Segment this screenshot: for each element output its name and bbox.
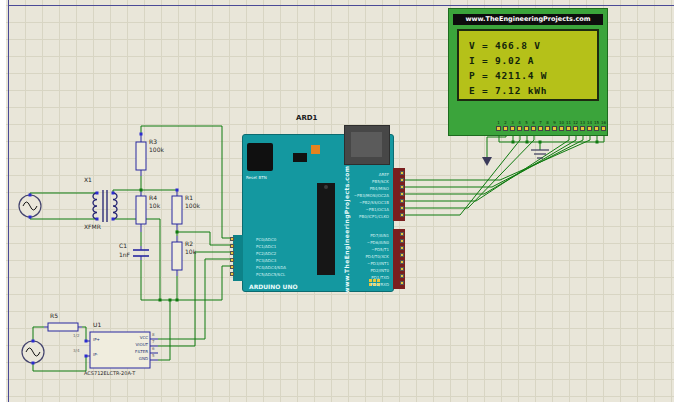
pin-d4[interactable]	[400, 253, 404, 257]
resistor-r3-symbol[interactable]	[136, 142, 146, 170]
lcd-pin[interactable]: 13	[580, 119, 585, 131]
pin-d9[interactable]	[400, 206, 404, 210]
pin-d7[interactable]	[400, 232, 404, 236]
arduino-uno-board[interactable]: Reset BTN www.TheEngineeringProjects.com…	[242, 134, 394, 292]
transformer-ref-label: X1	[84, 177, 92, 183]
lcd-pin[interactable]: 3	[510, 119, 515, 131]
r1-ref-label: R1	[185, 195, 193, 201]
pin-d13[interactable]	[400, 178, 404, 182]
pin-d5[interactable]	[400, 246, 404, 250]
u1-ref-label: U1	[93, 322, 101, 328]
resistor-r5-symbol[interactable]	[48, 323, 78, 331]
pin-d3[interactable]	[400, 260, 404, 264]
power-jack	[247, 143, 273, 171]
analog-header[interactable]	[233, 235, 243, 281]
lcd-pin[interactable]: 2	[503, 119, 508, 131]
wire	[158, 300, 170, 360]
lcd-pin[interactable]: 15	[594, 119, 599, 131]
digital-header-upper[interactable]	[393, 168, 405, 221]
wire	[404, 130, 576, 194]
pin-d11[interactable]	[400, 192, 404, 196]
digital-pin-labels-lower: PD7/AIN1 ~PD6/AIN0 ~PD5/T1 PD4/T0/XCK ~P…	[327, 232, 389, 288]
usb-connector	[344, 125, 390, 165]
u1-pin-filter: FILTER	[118, 350, 148, 354]
wire	[404, 130, 583, 187]
lcd-brand-banner: www.TheEngineeringProjects.com	[453, 14, 603, 25]
lcd-line-current: I = 9.02 A	[469, 53, 597, 68]
r4-ref-label: R4	[149, 195, 157, 201]
lcd-pin[interactable]: 11	[566, 119, 571, 131]
lcd-line-voltage: V = 466.8 V	[469, 38, 597, 53]
pin-d1-tx[interactable]	[400, 274, 404, 278]
wire	[33, 327, 44, 341]
r2-value-label: 10k	[185, 249, 196, 255]
lcd-pin[interactable]: 12	[573, 119, 578, 131]
usb-connector-inner	[351, 132, 382, 157]
u1-pin-number: 8	[152, 333, 155, 337]
ac-source-load[interactable]	[22, 341, 44, 363]
schematic-canvas[interactable]: X1 XFMR R3 100k R4 10k R1 100k R2 10k C1…	[0, 0, 680, 411]
digital-header-lower[interactable]	[393, 229, 405, 289]
r1-value-label: 100k	[185, 203, 200, 209]
r5-ref-label: R5	[50, 313, 58, 319]
reset-button[interactable]	[311, 145, 320, 154]
u1-pin-number: 7	[152, 340, 155, 344]
r3-ref-label: R3	[149, 139, 157, 145]
transformer-symbol[interactable]	[93, 190, 117, 222]
pin-a5[interactable]	[230, 272, 234, 276]
wire	[30, 217, 97, 219]
lcd-pin[interactable]: 6	[531, 119, 536, 131]
lcd-pin-header[interactable]: 1 2 3 4 5 6 7 8 9 10 11 12 13 14 15 16	[496, 119, 606, 131]
pin-d8[interactable]	[400, 213, 404, 217]
r4-value-label: 10k	[149, 203, 160, 209]
r3-value-label: 100k	[149, 147, 164, 153]
resistor-r4-symbol[interactable]	[136, 196, 146, 224]
lcd-pin[interactable]: 7	[538, 119, 543, 131]
u1-pin-number: 5	[152, 354, 155, 358]
lcd-pin[interactable]: 10	[559, 119, 564, 131]
digital-pin-labels-upper: AREF PB5/SCK PB4/MISO ~PB3/MOSI/OC2A ~PB…	[327, 171, 389, 220]
pin-d6[interactable]	[400, 239, 404, 243]
wire	[113, 190, 177, 193]
pin-a4[interactable]	[230, 265, 234, 269]
power-terminal[interactable]	[482, 157, 492, 166]
pin-a1[interactable]	[230, 244, 234, 248]
arduino-ref-label: ARD1	[296, 115, 318, 122]
pin-d0-rx[interactable]	[400, 281, 404, 285]
ground-symbol[interactable]	[531, 150, 549, 158]
lcd-line-energy: E = 7.12 kWh	[469, 83, 597, 98]
pin-a0[interactable]	[230, 237, 234, 241]
u1-pin-number: 1/2	[73, 334, 79, 338]
u1-pin-viout: VIOUT	[118, 343, 148, 347]
lcd-module[interactable]: www.TheEngineeringProjects.com V = 466.8…	[448, 8, 608, 136]
resistor-r2-symbol[interactable]	[172, 242, 182, 270]
u1-pin-gnd: GND	[118, 357, 148, 361]
wire	[113, 219, 160, 300]
pin-aref[interactable]	[400, 171, 404, 175]
transformer-value-label: XFMR	[84, 224, 101, 230]
pin-d10[interactable]	[400, 199, 404, 203]
resistor-r1-symbol[interactable]	[172, 196, 182, 224]
usb-interface-chip	[293, 153, 307, 162]
r2-ref-label: R2	[185, 241, 193, 247]
lcd-pin[interactable]: 16	[601, 119, 606, 131]
lcd-pin[interactable]: 9	[552, 119, 557, 131]
c1-ref-label: C1	[119, 243, 127, 249]
capacitor-c1-symbol[interactable]	[133, 250, 149, 256]
u1-pin-ip-minus: IP-	[93, 353, 98, 357]
lcd-pin[interactable]: 4	[517, 119, 522, 131]
u1-pin-vcc: VCC	[118, 336, 148, 340]
ac-source-mains[interactable]	[19, 195, 41, 217]
pin-a3[interactable]	[230, 258, 234, 262]
pin-d2[interactable]	[400, 267, 404, 271]
lcd-pin[interactable]: 14	[587, 119, 592, 131]
pin-d12[interactable]	[400, 185, 404, 189]
lcd-pin[interactable]: 1	[496, 119, 501, 131]
c1-value-label: 1nF	[119, 252, 130, 258]
u1-pin-number: 6	[152, 347, 155, 351]
analog-pin-labels: PC0/ADC0 PC1/ADC1 PC2/ADC2 PC3/ADC3 PC4/…	[256, 236, 286, 278]
lcd-pin[interactable]: 8	[545, 119, 550, 131]
wire	[30, 193, 97, 195]
lcd-pin[interactable]: 5	[524, 119, 529, 131]
pin-a2[interactable]	[230, 251, 234, 255]
